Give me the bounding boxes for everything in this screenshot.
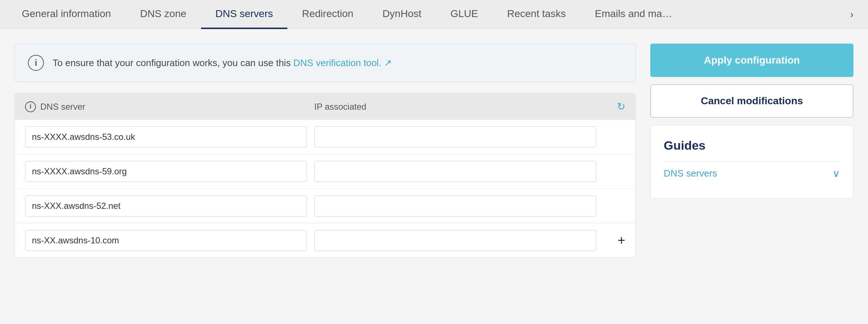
ip-associated-input-3[interactable] [314,195,596,216]
dns-verification-tool-link[interactable]: DNS verification tool. ↗ [293,57,392,68]
tab-navigation: General information DNS zone DNS servers… [0,0,868,29]
tab-general-information[interactable]: General information [7,0,126,29]
col-info-icon: i [25,101,36,112]
right-panel: Apply configuration Cancel modifications… [650,44,853,309]
ip-associated-input-2[interactable] [314,161,596,182]
guides-title: Guides [664,138,840,153]
table-row: + [15,223,635,258]
tab-dns-zone[interactable]: DNS zone [126,0,201,29]
add-row-icon[interactable]: + [603,233,625,248]
external-link-icon: ↗ [384,57,392,68]
tab-glue[interactable]: GLUE [436,0,492,29]
left-panel: i To ensure that your configuration work… [15,44,636,309]
ip-associated-input-4[interactable] [314,230,596,251]
table-row [15,120,635,154]
dns-table: i DNS server IP associated ↻ [15,93,636,258]
info-banner-text: To ensure that your configuration works,… [53,57,392,69]
col-ip-associated-label: IP associated [314,102,596,112]
dns-table-body: + [15,120,635,258]
ip-associated-input-1[interactable] [314,126,596,147]
dns-table-header: i DNS server IP associated ↻ [15,93,635,120]
info-icon: i [28,55,44,71]
tab-emails-and-ma[interactable]: Emails and ma… [580,0,687,29]
dns-server-input-2[interactable] [25,161,307,182]
col-dns-server-label: i DNS server [25,101,307,112]
guides-panel: Guides DNS servers ∨ [650,125,853,199]
tab-dns-servers[interactable]: DNS servers [201,0,288,29]
table-row [15,189,635,223]
tab-dynhost[interactable]: DynHost [368,0,436,29]
guide-chevron-down-icon: ∨ [832,167,840,179]
tab-redirection[interactable]: Redirection [287,0,368,29]
dns-server-input-1[interactable] [25,126,307,147]
guide-item-label: DNS servers [664,168,717,179]
refresh-icon[interactable]: ↻ [603,101,625,113]
tab-scroll-right-icon[interactable]: › [843,9,861,20]
tab-recent-tasks[interactable]: Recent tasks [493,0,581,29]
info-banner: i To ensure that your configuration work… [15,44,636,82]
dns-server-input-3[interactable] [25,195,307,216]
table-row [15,154,635,189]
main-content: i To ensure that your configuration work… [0,29,868,324]
apply-configuration-button[interactable]: Apply configuration [650,44,853,77]
dns-server-input-4[interactable] [25,230,307,251]
cancel-modifications-button[interactable]: Cancel modifications [650,84,853,118]
guide-item-dns-servers[interactable]: DNS servers ∨ [664,161,840,185]
